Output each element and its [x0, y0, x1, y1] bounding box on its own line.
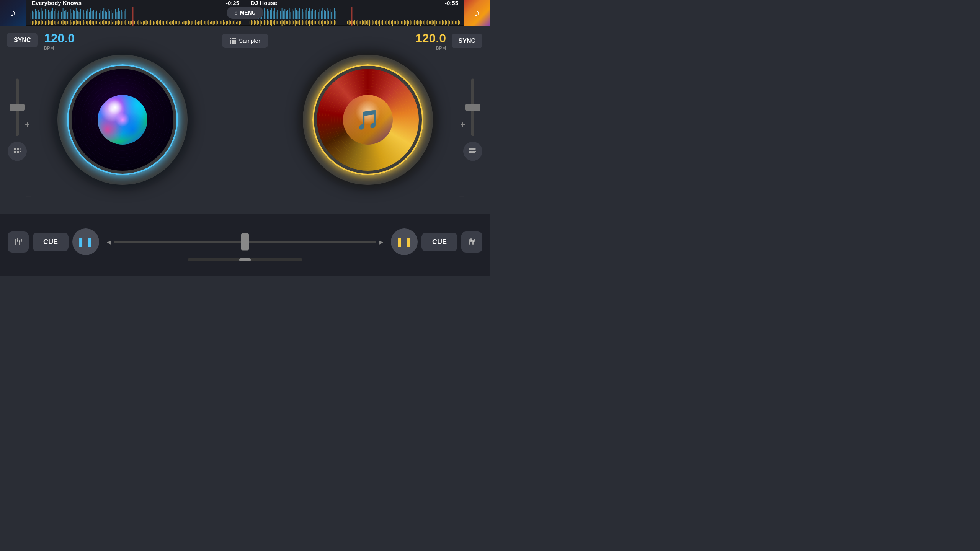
- track-title-left: Everybody Knows: [32, 0, 82, 6]
- sync-button-right[interactable]: SYNC: [452, 34, 482, 48]
- top-bar: ♪ Everybody Knows -0:25: [0, 0, 490, 26]
- pause-icon-left: ❚❚: [77, 236, 95, 247]
- cue-button-left[interactable]: CUE: [33, 233, 69, 251]
- svg-rect-317: [311, 21, 312, 24]
- minus-button-right[interactable]: −: [459, 192, 464, 202]
- svg-rect-285: [264, 20, 265, 25]
- svg-rect-347: [365, 20, 366, 25]
- svg-rect-13: [48, 10, 49, 19]
- svg-rect-142: [140, 21, 140, 24]
- svg-rect-181: [197, 22, 198, 24]
- left-pitch-controls: [8, 79, 27, 161]
- svg-rect-155: [159, 21, 160, 24]
- turntable-left[interactable]: [57, 55, 188, 185]
- svg-rect-233: [277, 10, 278, 19]
- svg-rect-205: [232, 21, 232, 25]
- svg-rect-156: [160, 20, 161, 25]
- svg-rect-29: [71, 13, 72, 19]
- grid-button-left[interactable]: [8, 142, 27, 161]
- svg-rect-201: [226, 21, 227, 25]
- eq-button-left[interactable]: [8, 231, 29, 253]
- svg-rect-102: [80, 21, 81, 25]
- crossfader-track[interactable]: [114, 241, 376, 243]
- svg-rect-187: [206, 21, 206, 25]
- scroll-thumb[interactable]: [239, 258, 251, 261]
- svg-rect-230: [273, 11, 274, 19]
- svg-rect-66: [125, 9, 126, 19]
- svg-rect-232: [276, 12, 276, 19]
- svg-rect-326: [324, 21, 325, 24]
- svg-rect-311: [302, 20, 303, 25]
- svg-rect-8: [41, 8, 42, 19]
- svg-rect-99: [76, 20, 77, 25]
- crossfader-arrow-right[interactable]: ▸: [379, 237, 383, 246]
- svg-rect-290: [271, 20, 272, 26]
- svg-rect-319: [314, 21, 314, 24]
- svg-rect-280: [257, 20, 258, 25]
- pitch-thumb-right[interactable]: [465, 104, 480, 111]
- album-art-right[interactable]: ♪: [464, 0, 490, 26]
- crossfader-arrow-left[interactable]: ◂: [107, 237, 111, 246]
- plus-button-left[interactable]: +: [25, 120, 30, 130]
- svg-rect-82: [51, 21, 52, 25]
- svg-rect-401: [443, 21, 444, 24]
- svg-rect-225: [266, 11, 266, 19]
- cue-button-right[interactable]: CUE: [421, 233, 457, 251]
- svg-rect-83: [52, 20, 53, 25]
- album-art-left[interactable]: ♪: [0, 0, 26, 26]
- svg-rect-403: [446, 21, 447, 24]
- crossfader-thumb[interactable]: [241, 233, 249, 251]
- svg-rect-427: [230, 42, 231, 44]
- svg-rect-96: [71, 22, 72, 24]
- pitch-thumb-left[interactable]: [10, 104, 25, 111]
- svg-rect-212: [132, 20, 133, 26]
- svg-rect-227: [268, 11, 269, 19]
- scroll-track[interactable]: [188, 258, 302, 261]
- sync-button-left[interactable]: SYNC: [7, 33, 38, 47]
- svg-rect-251: [304, 12, 304, 19]
- svg-rect-244: [293, 11, 294, 19]
- grid-button-right[interactable]: [463, 142, 482, 161]
- pitch-slider-left[interactable]: [16, 79, 19, 136]
- svg-rect-405: [449, 21, 450, 24]
- svg-rect-40: [87, 9, 88, 19]
- svg-rect-322: [318, 21, 319, 24]
- pause-button-right[interactable]: ❚❚: [391, 228, 418, 255]
- svg-rect-20: [58, 11, 59, 19]
- plus-button-right[interactable]: +: [460, 120, 465, 130]
- svg-rect-106: [86, 21, 87, 24]
- svg-rect-357: [379, 20, 380, 26]
- svg-rect-354: [375, 21, 376, 24]
- svg-rect-337: [350, 21, 351, 24]
- svg-rect-159: [165, 21, 165, 24]
- svg-rect-278: [254, 20, 255, 25]
- svg-rect-141: [139, 20, 139, 25]
- svg-rect-266: [325, 11, 326, 19]
- svg-rect-308: [298, 21, 299, 24]
- svg-rect-359: [382, 20, 383, 25]
- menu-button[interactable]: ⌂ MENU: [227, 7, 263, 19]
- turntable-right[interactable]: 🎵: [303, 55, 433, 185]
- svg-rect-341: [356, 21, 357, 24]
- svg-rect-385: [420, 20, 421, 26]
- svg-rect-91: [64, 21, 65, 24]
- svg-rect-281: [258, 21, 259, 24]
- eq-button-right[interactable]: [461, 231, 482, 253]
- svg-rect-333: [334, 20, 335, 25]
- svg-rect-175: [188, 20, 189, 25]
- svg-rect-9: [42, 11, 43, 19]
- svg-rect-161: [168, 20, 168, 25]
- svg-rect-434: [475, 148, 476, 149]
- svg-rect-30: [73, 10, 74, 19]
- svg-rect-254: [308, 11, 309, 19]
- minus-button-left[interactable]: −: [26, 192, 31, 202]
- svg-rect-79: [47, 21, 47, 24]
- svg-rect-370: [398, 21, 399, 24]
- svg-rect-123: [111, 20, 111, 25]
- svg-rect-73: [38, 21, 39, 25]
- svg-rect-176: [189, 21, 190, 24]
- pitch-slider-right[interactable]: [471, 79, 474, 136]
- svg-rect-190: [210, 22, 211, 24]
- pause-button-left[interactable]: ❚❚: [72, 228, 99, 255]
- svg-rect-331: [331, 21, 332, 24]
